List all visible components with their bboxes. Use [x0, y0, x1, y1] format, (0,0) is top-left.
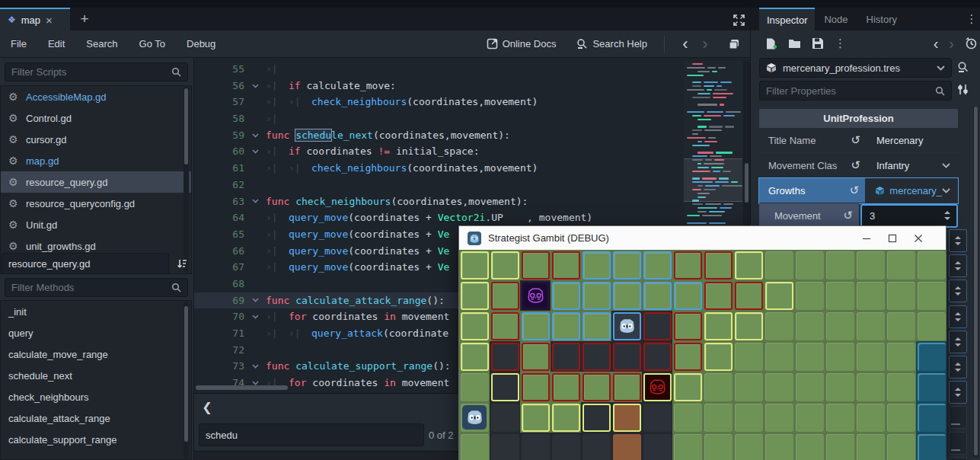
map-tile[interactable] — [886, 402, 916, 433]
scripts-list-scrollbar[interactable] — [184, 87, 189, 273]
map-tile[interactable] — [703, 402, 733, 433]
map-tile[interactable] — [490, 311, 520, 341]
map-tile[interactable] — [825, 250, 855, 280]
doc-search-icon[interactable] — [956, 61, 969, 74]
map-tile[interactable] — [916, 402, 946, 433]
minimize-icon[interactable] — [862, 234, 888, 243]
property-spinbox-partial[interactable] — [949, 305, 967, 328]
script-item[interactable]: ⚙resource_query.gd — [1, 171, 191, 193]
map-tile[interactable] — [520, 311, 551, 341]
map-tile[interactable] — [916, 311, 946, 341]
code-line[interactable]: 58›| — [194, 110, 750, 127]
map-tile[interactable] — [520, 433, 551, 460]
map-tile[interactable] — [764, 250, 794, 280]
map-tile[interactable] — [764, 433, 794, 460]
map-tile[interactable] — [611, 341, 642, 372]
map-tile[interactable] — [520, 372, 551, 402]
filter-methods-input[interactable]: Filter Methods — [5, 278, 188, 297]
method-item[interactable]: check_neighbours — [1, 386, 191, 407]
map-tile[interactable] — [490, 433, 520, 460]
map-tile[interactable] — [855, 280, 886, 311]
method-item[interactable]: schedule_next — [1, 365, 191, 386]
map-tile[interactable] — [642, 311, 672, 341]
map-tile[interactable] — [886, 311, 916, 341]
dock-menu-icon[interactable]: ⋮ — [965, 11, 978, 27]
property-slider-partial[interactable] — [949, 432, 967, 455]
map-tile[interactable] — [733, 341, 764, 372]
map-tile[interactable] — [764, 311, 794, 341]
map-tile[interactable] — [490, 341, 520, 372]
filter-scripts-input[interactable]: Filter Scripts — [5, 62, 188, 81]
script-item[interactable]: ⚙Unit.gd — [1, 214, 191, 235]
map-tile[interactable] — [916, 280, 946, 311]
map-tile[interactable] — [551, 341, 581, 372]
map-tile[interactable] — [825, 433, 855, 460]
property-spinbox-partial[interactable] — [949, 254, 967, 277]
tab-inspector[interactable]: Inspector — [759, 8, 815, 30]
map-tile[interactable] — [551, 433, 581, 460]
search-help-button[interactable]: Search Help — [576, 38, 647, 50]
map-tile[interactable] — [520, 250, 551, 280]
fold-arrow-icon[interactable] — [252, 78, 266, 94]
current-script-field[interactable]: resource_query.gd — [2, 253, 169, 274]
map-tile[interactable] — [916, 341, 946, 372]
code-line[interactable]: 60›|if coordinates != initial_space: — [194, 143, 750, 160]
map-tile[interactable] — [703, 433, 733, 460]
map-tile[interactable] — [794, 311, 825, 341]
map-tile[interactable] — [520, 280, 551, 311]
fold-arrow-icon[interactable] — [252, 193, 266, 210]
map-tile[interactable] — [794, 250, 825, 280]
map-tile[interactable] — [642, 433, 672, 460]
map-tile[interactable] — [825, 280, 855, 311]
map-tile[interactable] — [764, 402, 794, 433]
resource-selector[interactable]: mercenary_profession.tres — [759, 58, 952, 78]
revert-icon[interactable]: ↺ — [843, 209, 853, 222]
spin-arrows-icon[interactable] — [943, 210, 951, 221]
map-tile[interactable] — [611, 250, 642, 280]
collapse-find-icon[interactable]: ❮ — [200, 400, 214, 414]
map-tile[interactable] — [490, 280, 520, 311]
method-item[interactable]: calculate_support_range — [1, 429, 191, 450]
load-resource-folder-icon[interactable] — [788, 38, 801, 49]
property-value[interactable]: Mercenary — [867, 128, 958, 152]
code-line[interactable]: 62 — [194, 177, 750, 193]
map-tile[interactable] — [581, 280, 611, 311]
map-tile[interactable] — [611, 311, 642, 341]
map-tile[interactable] — [611, 433, 642, 460]
map-tile[interactable] — [490, 250, 520, 280]
fold-arrow-icon[interactable] — [252, 292, 266, 309]
property-slider-partial[interactable] — [949, 406, 967, 429]
map-tile[interactable] — [490, 402, 520, 433]
inspector-scrollbar[interactable] — [973, 107, 978, 457]
map-tile[interactable] — [642, 372, 672, 402]
map-tile[interactable] — [581, 372, 611, 402]
map-tile[interactable] — [703, 311, 733, 341]
movement-spinbox[interactable]: 3 — [860, 204, 958, 228]
map-tile[interactable] — [611, 402, 642, 433]
map-tile[interactable] — [459, 250, 490, 280]
method-item[interactable]: query — [1, 322, 191, 343]
map-tile[interactable] — [672, 341, 703, 372]
game-titlebar[interactable]: Strategist Gambit (DEBUG) — [459, 226, 946, 250]
map-tile[interactable] — [794, 341, 825, 372]
map-tile[interactable] — [581, 311, 611, 341]
map-tile[interactable] — [551, 311, 581, 341]
property-value[interactable]: Infantry — [867, 153, 958, 177]
map-tile[interactable] — [825, 402, 855, 433]
property-spinbox-partial[interactable] — [949, 229, 967, 252]
map-tile[interactable] — [764, 341, 794, 372]
code-line[interactable]: 56›|if calculate_move: — [194, 78, 750, 94]
property-value[interactable]: 3 — [859, 203, 958, 228]
map-tile[interactable] — [886, 341, 916, 372]
property-spinbox-partial[interactable] — [949, 356, 967, 379]
map-tile[interactable] — [672, 372, 703, 402]
map-tile[interactable] — [551, 250, 581, 280]
unit-navy[interactable] — [462, 405, 487, 430]
map-tile[interactable] — [825, 311, 855, 341]
tab-history[interactable]: History — [857, 8, 906, 30]
fold-arrow-icon[interactable] — [252, 127, 266, 144]
unit-bluefill[interactable] — [614, 314, 639, 338]
map-tile[interactable] — [855, 402, 886, 433]
map-tile[interactable] — [459, 372, 490, 402]
map-tile[interactable] — [551, 372, 581, 402]
